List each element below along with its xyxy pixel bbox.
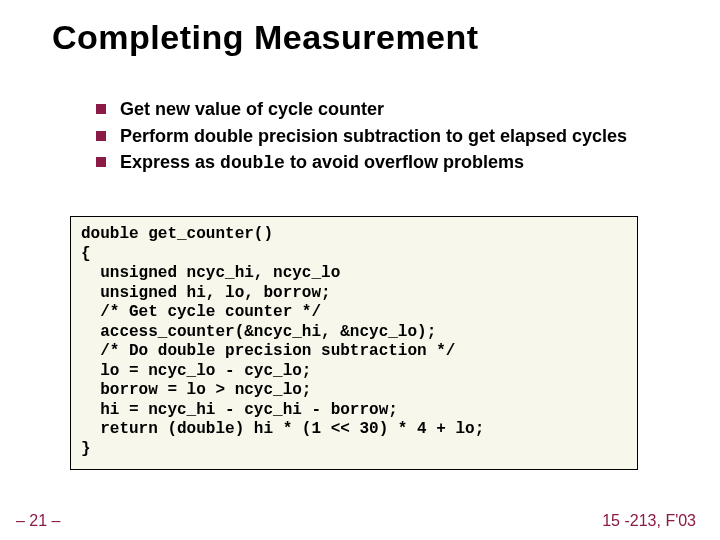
bullet-text-part: to avoid overflow problems: [285, 152, 524, 172]
bullet-text-mono: double: [220, 153, 285, 173]
bullet-item: Perform double precision subtraction to …: [96, 125, 690, 148]
bullet-text-part: Express as: [120, 152, 220, 172]
bullet-marker-icon: [96, 157, 106, 167]
footer-course-id: 15 -213, F'03: [602, 512, 696, 530]
bullet-item: Get new value of cycle counter: [96, 98, 690, 121]
bullet-item: Express as double to avoid overflow prob…: [96, 151, 690, 175]
bullet-marker-icon: [96, 104, 106, 114]
bullet-text: Get new value of cycle counter: [120, 98, 384, 121]
slide-title: Completing Measurement: [52, 18, 479, 57]
bullet-marker-icon: [96, 131, 106, 141]
bullet-list: Get new value of cycle counter Perform d…: [96, 98, 690, 179]
bullet-text-part: Get new value of cycle counter: [120, 99, 384, 119]
bullet-text: Perform double precision subtraction to …: [120, 125, 627, 148]
slide: Completing Measurement Get new value of …: [0, 0, 720, 540]
code-block: double get_counter() { unsigned ncyc_hi,…: [70, 216, 638, 470]
bullet-text: Express as double to avoid overflow prob…: [120, 151, 524, 175]
bullet-text-part: Perform double precision subtraction to …: [120, 126, 627, 146]
footer-page-number: – 21 –: [16, 512, 60, 530]
